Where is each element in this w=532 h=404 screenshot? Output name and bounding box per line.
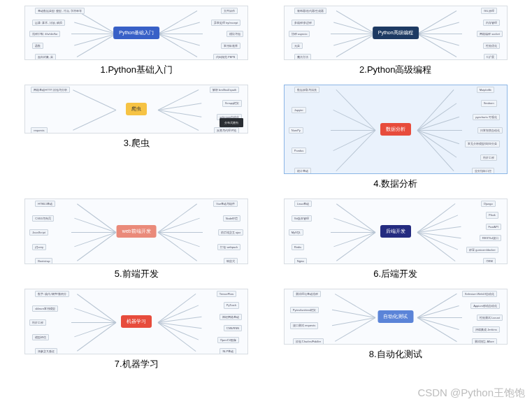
mindmap-branch: 接口测试 requests [290,322,318,329]
mindmap-branch: 装饰器/迭代器/生成器 [294,8,326,14]
mindmap-branch: Node环境 [223,215,241,222]
mindmap-branch: Linux基础 [294,201,312,207]
mindmap-branch: Pytest/unittest框架 [290,307,319,313]
mindmap-branch: Selenium WebUI自动化 [462,291,497,297]
mindmap-branch: 业务指标口径 [472,168,494,174]
thumbnail-cell-1[interactable]: Python基础入门基础数据类型: 整型, 浮点, 字符串等运算: 算术, 比较… [21,6,252,76]
mindmap-thumbnail[interactable]: 数据分析数据获取与清洗JupyterNumPyPandas统计基础Matplot… [284,85,508,174]
mindmap-thumbnail[interactable]: Python高级编程装饰器/迭代器/生成器多线程/多进程协程 asyncio元类… [284,6,508,60]
mindmap-thumbnail[interactable]: Python基础入门基础数据类型: 整型, 浮点, 字符串等运算: 算术, 比较… [24,6,248,60]
mindmap-branch: 文件操作 [221,8,238,14]
mindmap-diagram: 自动化测试测试理论基础流程Pytest/unittest框架接口测试 reque… [285,289,507,344]
mindmap-branch: 模型评估 [32,334,49,340]
mindmap-branch: sklearn常用模型 [32,305,58,312]
mindmap-branch: 面向对象, 类 [35,54,56,60]
thumbnail-caption: 2.Python高级编程 [359,64,431,76]
mindmap-branch: 常用标准库 [221,43,240,49]
thumbnail-caption: 6.后端开发 [373,268,417,280]
thumbnail-caption: 4.数据分析 [373,178,417,190]
mindmap-branch: MySQL [289,229,303,236]
mindmap-branch: 打包 webpack [217,244,240,250]
mindmap-branch: RESTful接口 [480,235,501,241]
mindmap-branch: 网络基础HTTP, 抓包与分析 [31,87,70,93]
mindmap-branch: OpenCV图像 [217,337,239,343]
mindmap-branch: Flask [486,212,498,218]
mindmap-branch: Pandas [292,147,307,154]
thumbnail-caption: 5.前端开发 [115,268,159,280]
mindmap-branch: 反爬与代理IP池 [214,127,239,134]
mindmap-thumbnail[interactable]: 爬虫网络基础HTTP, 抓包与分析requests解析 lxml/bs4/xpa… [24,85,248,134]
thumbnail-cell-4[interactable]: 数据分析数据获取与清洗JupyterNumPyPandas统计基础Matplot… [280,85,512,190]
thumbnail-cell-3[interactable]: 爬虫网络基础HTTP, 抓包与分析requests解析 lxml/bs4/xpa… [21,85,252,190]
mindmap-center-node: Python基础入门 [113,27,159,39]
mindmap-thumbnail[interactable]: 后端开发Linux基础Git版本管理MySQLRedisNginxDjangoF… [284,199,508,264]
mindmap-branch: 数据获取与清洗 [294,87,319,93]
mindmap-branch: GIL原理 [481,8,496,14]
mindmap-branch: NumPy [289,127,303,134]
mindmap-branch: jQuery [32,244,46,250]
mindmap-center-node: 爬虫 [126,103,147,115]
thumbnail-caption: 8.自动化测试 [369,348,422,361]
thumbnail-grid: Python基础入门基础数据类型: 整型, 浮点, 字符串等运算: 算术, 比较… [0,0,532,390]
mindmap-branch: ORM [483,258,495,264]
mindmap-branch: 神经网络基础 [220,314,242,320]
mindmap-center-node: 后端开发 [380,225,411,238]
mindmap-branch: FastAPI [486,224,501,230]
mindmap-branch: 常见分析模型/回归/分类 [465,140,500,147]
mindmap-branch: 特征工程 [480,154,497,161]
mindmap-branch: Appium移动自动化 [470,303,500,309]
mindmap-branch: 网络编程 socket [477,31,503,37]
mindmap-branch: 协程 asyncio [289,31,310,37]
thumbnail-cell-8[interactable]: 自动化测试测试理论基础流程Pytest/unittest框架接口测试 reque… [280,289,512,370]
thumbnail-cell-7[interactable]: 机器学习数学: 线代/概率/微积分sklearn常用模型特征工程模型评估调参交叉… [21,289,252,370]
mindmap-branch: Bootstrap [35,258,52,264]
mindmap-branch: NLP基础 [220,348,236,354]
mindmap-branch: 响应式 [224,258,238,264]
mindmap-branch: Seaborn [481,100,497,106]
mindmap-branch: Jupyter [292,107,306,113]
mindmap-branch: 日常报表自动化 [477,127,503,134]
mindmap-branch: 特征工程 [29,319,46,326]
thumbnail-caption: 1.Python基础入门 [101,64,173,76]
mindmap-branch: 魔法方法 [294,54,311,60]
thumbnail-caption: 3.爬虫 [124,137,150,150]
mindmap-branch: pyecharts 可视化 [473,114,499,120]
mindmap-branch: CNN/RNN [224,325,242,331]
mindmap-branch: Redis [292,244,304,250]
mindmap-branch: 抓包 Charles/Fiddler [293,338,324,345]
mindmap-center-node: 数据分析 [380,123,411,136]
thumbnail-cell-2[interactable]: Python高级编程装饰器/迭代器/生成器多线程/多进程协程 asyncio元类… [280,6,512,76]
mindmap-branch: 调参交叉验证 [35,348,57,354]
mindmap-thumbnail[interactable]: 机器学习数学: 线代/概率/微积分sklearn常用模型特征工程模型评估调参交叉… [24,289,248,354]
thumbnail-caption: 7.机器学习 [115,358,159,370]
mindmap-branch: 测试理论基础流程 [293,291,321,297]
mindmap-branch: 模块与包 [227,31,243,37]
mindmap-branch: 数学: 线代/概率/微积分 [35,291,69,297]
mindmap-branch: Matplotlib [477,87,494,93]
mindmap-branch: 异常处理 try/except [211,20,240,26]
mindmap-branch: Vue基础与组件 [213,201,238,207]
mindmap-branch: 内存管理 [483,20,500,26]
mindmap-branch: C扩展 [484,54,497,60]
mindmap-center-node: web前端开发 [117,225,157,238]
mindmap-branch: 性能优化 [483,43,500,49]
thumbnail-cell-6[interactable]: 后端开发Linux基础Git版本管理MySQLRedisNginxDjangoF… [280,199,512,280]
mindmap-branch: requests [31,127,47,134]
mindmap-diagram: 后端开发Linux基础Git版本管理MySQLRedisNginxDjangoF… [285,199,507,264]
mindmap-thumbnail[interactable]: web前端开发HTML5基础CSS3与布局JavaScriptjQueryBoo… [24,199,248,264]
mindmap-branch: 部署 gunicorn/docker [466,247,498,253]
mindmap-branch: 性能测试 Locust [477,315,503,321]
mindmap-branch: 统计基础 [294,168,311,174]
mindmap-branch: Scrapy框架 [222,100,242,106]
mindmap-branch: 流程控制: if/while/for [29,31,60,37]
mindmap-branch: 解析 lxml/bs4/xpath [210,87,240,93]
mindmap-branch: 基础数据类型: 整型, 浮点, 字符串等 [35,8,85,14]
mindmap-branch: 元类 [292,43,303,49]
mindmap-branch: 运算: 算术, 比较, 赋值 [32,20,65,26]
mindmap-diagram: 机器学习数学: 线代/概率/微积分sklearn常用模型特征工程模型评估调参交叉… [25,289,247,354]
mindmap-diagram: 爬虫网络基础HTTP, 抓包与分析requests解析 lxml/bs4/xpa… [25,85,247,133]
mindmap-branch: Nginx [294,258,307,264]
mindmap-branch: PyTorch [224,302,239,308]
thumbnail-cell-5[interactable]: web前端开发HTML5基础CSS3与布局JavaScriptjQueryBoo… [21,199,252,280]
mindmap-thumbnail[interactable]: 自动化测试测试理论基础流程Pytest/unittest框架接口测试 reque… [284,289,508,345]
